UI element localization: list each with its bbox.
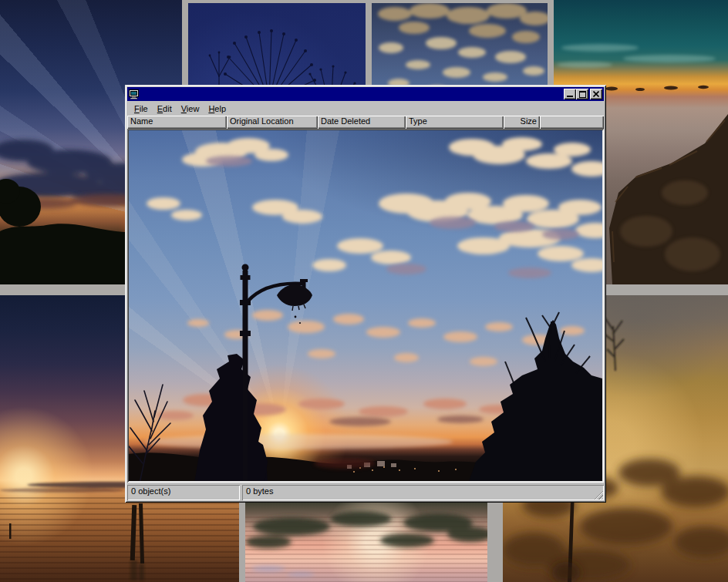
maximize-icon [579, 91, 586, 98]
menu-file[interactable]: File [130, 103, 153, 115]
status-object-count: 0 object(s) [127, 485, 240, 500]
column-header-date-deleted[interactable]: Date Deleted [318, 116, 406, 129]
column-headers: Name Original Location Date Deleted Type… [127, 116, 604, 129]
close-icon [593, 91, 599, 97]
minimize-icon [567, 96, 573, 97]
minimize-button[interactable] [564, 89, 576, 99]
menu-view[interactable]: View [177, 103, 204, 115]
recycle-bin-window: File Edit View Help Name Original Locati… [125, 85, 606, 503]
menu-help[interactable]: Help [204, 103, 231, 115]
status-size: 0 bytes [242, 485, 604, 500]
computer-icon [129, 89, 140, 99]
window-controls [564, 89, 602, 99]
column-header-type[interactable]: Type [406, 116, 504, 129]
column-header-size[interactable]: Size [504, 116, 540, 129]
desktop-photo-collage: File Edit View Help Name Original Locati… [0, 0, 728, 582]
column-header-filler[interactable] [540, 116, 604, 129]
close-button[interactable] [590, 89, 602, 99]
sunset-lamp-photo [129, 130, 602, 481]
list-view[interactable] [127, 129, 604, 483]
window-titlebar[interactable] [127, 87, 604, 101]
maximize-button[interactable] [576, 89, 588, 99]
menu-edit[interactable]: Edit [153, 103, 177, 115]
column-header-name[interactable]: Name [127, 116, 227, 129]
menu-bar: File Edit View Help [127, 101, 604, 116]
status-bar: 0 object(s) 0 bytes [127, 485, 604, 500]
column-header-original-location[interactable]: Original Location [227, 116, 318, 129]
